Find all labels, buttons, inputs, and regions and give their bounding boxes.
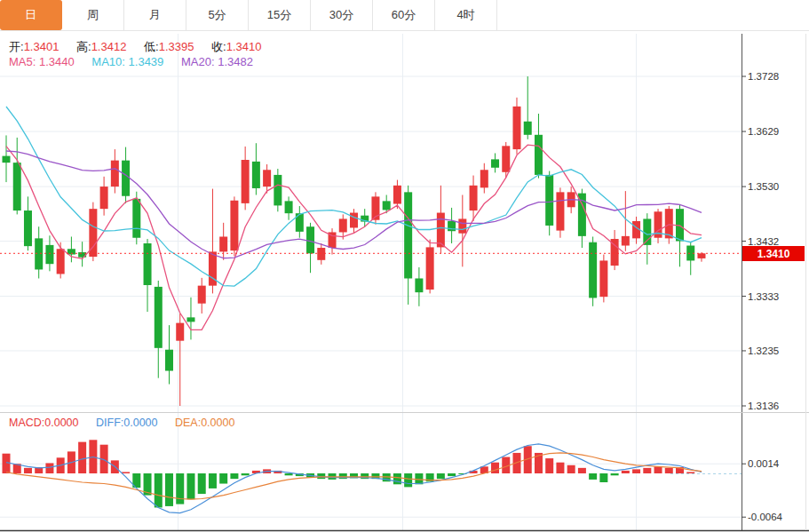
- macd-bar: [448, 473, 456, 476]
- macd-bar: [665, 468, 673, 473]
- macd-bar: [599, 473, 607, 482]
- candle: [285, 196, 293, 219]
- candle: [89, 202, 97, 261]
- candle: [242, 147, 250, 210]
- tab-weekly[interactable]: 周: [62, 0, 124, 30]
- macd-axis-label: 0.0014: [748, 458, 780, 469]
- macd-bar: [285, 473, 293, 475]
- price-axis-label: 1.3728: [748, 71, 779, 82]
- macd-bar: [176, 473, 184, 504]
- candle: [578, 189, 586, 248]
- price-axis-label: 1.3629: [748, 126, 779, 137]
- macd-bar: [186, 473, 194, 499]
- candle: [458, 195, 466, 266]
- macd-label: MACD:: [9, 417, 44, 429]
- macd-bar: [155, 473, 163, 507]
- candle: [35, 226, 43, 278]
- candle: [524, 76, 532, 139]
- grid-layer: [0, 34, 742, 530]
- candle: [13, 138, 21, 214]
- candle: [632, 217, 640, 244]
- candle: [296, 206, 304, 238]
- tab-4hour[interactable]: 4时: [435, 0, 497, 30]
- candle: [78, 242, 86, 266]
- macd-bar: [393, 473, 401, 484]
- high-value: 1.3412: [91, 40, 127, 53]
- price-axis-label: 1.3136: [748, 401, 779, 411]
- period-tabbar: 日 周 月 5分 15分 30分 60分 4时: [0, 0, 809, 31]
- candlestick-macd-chart[interactable]: 1.37281.36291.35301.34321.33331.32351.31…: [0, 0, 809, 532]
- candle: [480, 163, 488, 194]
- diff-line: [6, 444, 702, 513]
- macd-bar: [24, 468, 32, 473]
- tab-5min[interactable]: 5分: [186, 0, 249, 30]
- candle: [448, 208, 456, 243]
- candle: [176, 314, 184, 406]
- dea-value: 0.0000: [201, 417, 234, 429]
- price-axis-label: 1.3333: [748, 291, 779, 302]
- macd-readout: MACD:0.0000 DIFF:0.0000 DEA:0.0000: [9, 417, 249, 429]
- macd-bar: [643, 468, 651, 473]
- macd-bar: [567, 465, 575, 473]
- candle: [317, 243, 325, 265]
- macd-bar: [589, 473, 597, 480]
- macd-axis-label: -0.0064: [748, 512, 783, 522]
- high-label: 高:: [76, 40, 91, 53]
- candle: [589, 236, 597, 306]
- ma5-label: MA5:: [9, 55, 36, 68]
- tab-monthly[interactable]: 月: [124, 0, 186, 30]
- candle: [306, 223, 314, 273]
- macd-bar: [654, 466, 662, 473]
- low-label: 低:: [144, 40, 159, 53]
- candle: [155, 281, 163, 378]
- candle: [599, 255, 607, 303]
- macd-bar: [122, 472, 130, 473]
- candle: [512, 98, 520, 155]
- open-label: 开:: [9, 40, 24, 53]
- axis-layer: 1.37281.36291.35301.34321.33331.32351.31…: [0, 34, 809, 531]
- ma20-label: MA20:: [181, 55, 215, 68]
- current-price-badge: 1.3410: [742, 246, 805, 261]
- diff-value: 0.0000: [123, 417, 157, 429]
- candle: [329, 228, 337, 254]
- candle: [230, 196, 238, 256]
- macd-bar: [686, 472, 694, 473]
- macd-bar: [230, 473, 238, 479]
- price-axis-label: 1.3235: [748, 345, 779, 356]
- macd-bar: [622, 471, 630, 473]
- diff-label: DIFF:: [96, 417, 123, 429]
- candle: [198, 278, 206, 314]
- candle: [676, 205, 684, 267]
- candle: [24, 196, 32, 250]
- candle: [545, 171, 553, 236]
- candle: [3, 135, 11, 182]
- macd-bar: [611, 473, 619, 475]
- macd-bar: [491, 463, 499, 473]
- tab-60min[interactable]: 60分: [373, 0, 435, 30]
- macd-bar: [45, 463, 53, 473]
- candle: [165, 325, 173, 384]
- candle: [643, 213, 651, 265]
- trading-chart-app: 日 周 月 5分 15分 30分 60分 4时 开:1.3401 高:1.341…: [0, 0, 809, 532]
- macd-bar: [198, 473, 206, 494]
- tab-30min[interactable]: 30分: [311, 0, 373, 30]
- ma10-line: [6, 107, 702, 286]
- macd-layer: [3, 440, 745, 512]
- candle: [491, 153, 499, 172]
- price-axis-label: 1.3432: [748, 236, 779, 247]
- candle: [100, 177, 108, 216]
- tab-15min[interactable]: 15分: [249, 0, 311, 30]
- candle: [186, 298, 194, 340]
- ma20-line: [6, 151, 702, 258]
- candle: [393, 180, 401, 210]
- candle: [611, 230, 619, 270]
- macd-value: 0.0000: [44, 417, 78, 429]
- macd-bar: [78, 442, 86, 473]
- macd-bar: [578, 468, 586, 473]
- tab-daily[interactable]: 日: [0, 0, 62, 30]
- candle: [426, 240, 434, 294]
- close-label: 收:: [211, 40, 226, 53]
- price-axis-label: 1.3530: [748, 181, 779, 192]
- macd-bar: [209, 473, 217, 488]
- macd-bar: [556, 463, 564, 473]
